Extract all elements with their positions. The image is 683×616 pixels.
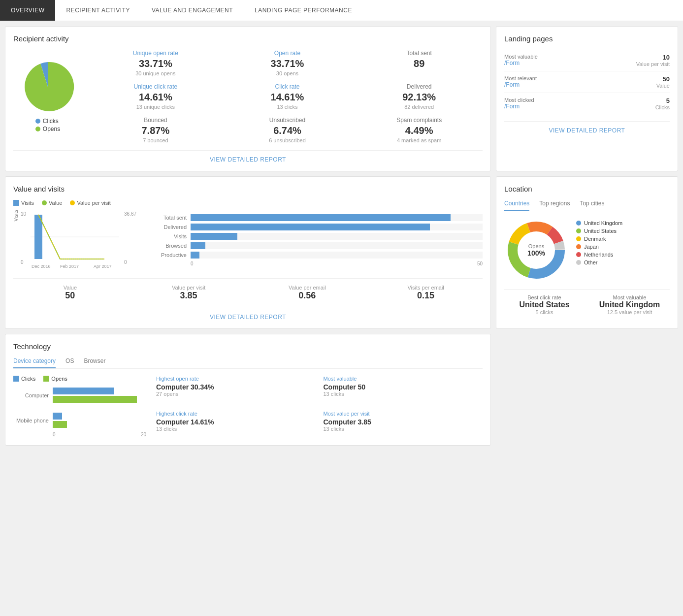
unique-click-rate-sub: 13 unique clicks: [92, 104, 219, 110]
opens-legend-label: Opens: [43, 126, 60, 132]
tech-mvpv-label: Most value per visit: [324, 411, 483, 417]
tech-hbar-mobile-clicks: Mobile phone: [13, 413, 146, 428]
us-legend-label: United States: [584, 228, 617, 234]
svg-text:Dec 2016: Dec 2016: [32, 264, 51, 269]
loc-legend-jp: Japan: [576, 244, 670, 250]
unsubscribed-sub: 6 unsubscribed: [224, 137, 351, 143]
lp-row-0: Most valuable /Form 10 Value per visit: [504, 50, 670, 71]
value-visits-report-link[interactable]: VIEW DETAILED REPORT: [210, 314, 286, 321]
hbar-track-productive: [191, 252, 483, 259]
tab-landing-page[interactable]: LANDING PAGE PERFORMANCE: [244, 0, 363, 21]
delivered-stat: Delivered 92.13% 82 delivered: [356, 83, 483, 110]
vv-body: Visits 10 0 36.67 0: [13, 210, 483, 270]
vv-stat-vpp-label: Value per visit: [132, 285, 246, 291]
tech-tab-browser[interactable]: Browser: [84, 357, 105, 368]
hbar-fill-browsed: [191, 242, 205, 249]
dk-legend-label: Denmark: [584, 236, 606, 242]
loc-legend: United Kingdom United States Denmark Jap…: [576, 218, 670, 282]
value-per-visit-legend-dot: [70, 200, 75, 205]
hbar-track-browsed: [191, 242, 483, 249]
tech-mvpv-sub: 13 clicks: [324, 426, 483, 432]
click-rate-value: 14.61%: [224, 92, 351, 103]
loc-legend-us: United States: [576, 228, 670, 234]
jp-legend-dot: [576, 244, 581, 249]
tech-most-valuable-value: Computer 50: [324, 383, 483, 391]
tab-overview[interactable]: OVERVIEW: [0, 0, 55, 21]
tech-stat-most-value-per-visit: Most value per visit Computer 3.85 13 cl…: [324, 411, 483, 438]
unique-open-rate-value: 33.71%: [92, 58, 219, 69]
technology-card: Technology Device category OS Browser Cl…: [5, 334, 491, 446]
hbar-row-total-sent: Total sent: [156, 214, 483, 221]
visits-legend-label: Visits: [21, 200, 34, 206]
y-axis-label: Visits: [13, 210, 19, 224]
value-visits-card: Value and visits Visits Value Value per …: [5, 176, 491, 329]
dk-legend-dot: [576, 236, 581, 241]
lp-link-1[interactable]: /Form: [504, 81, 537, 88]
vv-stat-vise-num: 0.15: [369, 291, 483, 301]
tech-most-valuable-sub: 13 clicks: [324, 391, 483, 397]
recipient-activity-report-link[interactable]: VIEW DETAILED REPORT: [210, 156, 286, 163]
vv-stat-vpe: Value per email 0.56: [251, 285, 364, 301]
delivered-sub: 82 delivered: [356, 104, 483, 110]
tech-clicks-legend-box: [13, 376, 19, 382]
loc-legend-dk: Denmark: [576, 236, 670, 242]
landing-pages-card: Landing pages Most valuable /Form 10 Val…: [496, 26, 678, 171]
loc-tab-cities[interactable]: Top cities: [580, 200, 604, 211]
most-valuable-item: Most valuable United Kingdom 12.5 value …: [589, 294, 670, 315]
lp-num-label-1: Value: [656, 83, 670, 89]
svg-text:Apr 2017: Apr 2017: [94, 264, 112, 269]
unique-click-rate-label: Unique click rate: [92, 83, 219, 90]
tech-mobile-bars: Mobile phone: [13, 413, 146, 428]
best-click-rate-item: Best click rate United States 5 clicks: [504, 294, 585, 315]
loc-legend-uk: United Kingdom: [576, 220, 670, 226]
vv-stat-vpp: Value per visit 3.85: [132, 285, 246, 301]
hbar-fill-delivered: [191, 224, 430, 230]
hbar-row-browsed: Browsed: [156, 242, 483, 249]
hbar-track-total-sent: [191, 214, 483, 221]
hbar-track-delivered: [191, 224, 483, 230]
hbar-fill-total-sent: [191, 214, 451, 221]
landing-pages-report-link[interactable]: VIEW DETAILED REPORT: [549, 127, 625, 134]
tech-tab-os[interactable]: OS: [65, 357, 74, 368]
tech-mobile-opens-bar: [53, 421, 67, 428]
tech-tab-device[interactable]: Device category: [13, 357, 56, 368]
jp-legend-label: Japan: [584, 244, 599, 250]
open-rate-label: Open rate: [224, 50, 351, 57]
vv-stat-value: Value 50: [13, 285, 127, 301]
tab-value-engagement[interactable]: VALUE AND ENGAGEMENT: [141, 0, 244, 21]
hbar-label-delivered: Delivered: [156, 224, 191, 230]
tech-legend: Clicks Opens: [13, 376, 146, 382]
lp-row-2: Most clicked /Form 5 Clicks: [504, 93, 670, 114]
tech-highest-open-value: Computer 30.34%: [156, 383, 316, 391]
unsubscribed-label: Unsubscribed: [224, 117, 351, 124]
lp-link-2[interactable]: /Form: [504, 103, 534, 110]
vv-stat-vpe-label: Value per email: [251, 285, 364, 291]
lp-row-1: Most relevant /Form 50 Value: [504, 71, 670, 93]
loc-bottom: Best click rate United States 5 clicks M…: [504, 289, 670, 315]
loc-tab-countries[interactable]: Countries: [504, 200, 529, 211]
donut-center: Opens 100%: [527, 243, 545, 257]
tech-axis-min: 0: [53, 432, 56, 437]
tech-highest-open-sub: 27 opens: [156, 391, 316, 397]
delivered-value: 92.13%: [356, 92, 483, 103]
recipient-activity-title: Recipient activity: [13, 34, 483, 43]
tab-recipient-activity[interactable]: RECIPIENT ACTIVITY: [55, 0, 140, 21]
tech-highest-click-label: Highest click rate: [156, 411, 316, 417]
line-bar-chart: 10 0 36.67 0: [21, 210, 134, 269]
unique-open-rate-label: Unique open rate: [92, 50, 219, 57]
lp-link-0[interactable]: /Form: [504, 60, 538, 66]
value-legend-label: Value: [49, 200, 62, 206]
hbar-chart-container: Total sent Delivered Visits: [156, 210, 483, 270]
lp-num-0: 10: [636, 54, 670, 61]
hbar-fill-visits: [191, 233, 237, 240]
donut-center-label: Opens: [527, 243, 545, 249]
best-click-rate-country: United States: [504, 300, 585, 309]
most-valuable-country: United Kingdom: [589, 300, 670, 309]
vv-stat-vise-label: Visits per email: [369, 285, 483, 291]
donut-center-value: 100%: [527, 249, 545, 257]
loc-legend-other: Other: [576, 259, 670, 265]
svg-text:10: 10: [21, 211, 27, 217]
open-rate-sub: 30 opens: [224, 70, 351, 76]
loc-tab-regions[interactable]: Top regions: [539, 200, 570, 211]
nl-legend-dot: [576, 252, 581, 257]
